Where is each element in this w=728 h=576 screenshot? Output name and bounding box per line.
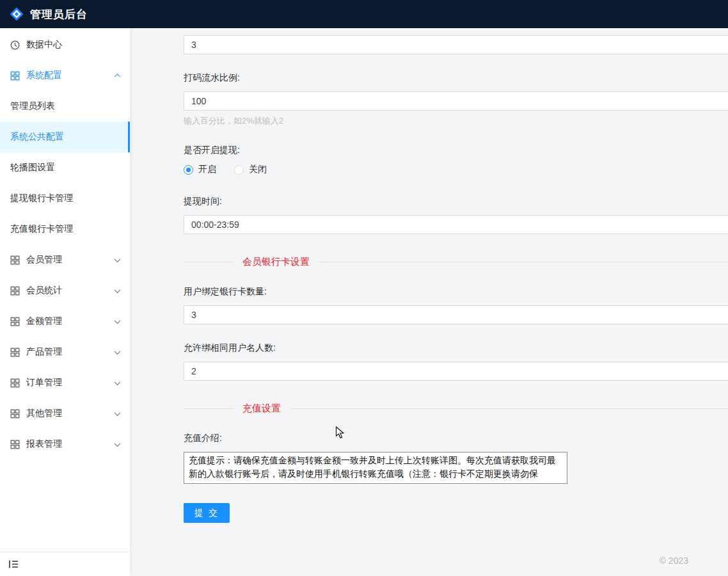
form-item-same-user-count: 允许绑相同用户名人数: (184, 342, 728, 381)
recharge-intro-textarea[interactable]: 充值提示：请确保充值金额与转账金额一致并及时上传上次转账详图。每次充值请获取我司… (184, 452, 567, 484)
main-content: 打码流水比例: 输入百分比，如2%就输入2 是否开启提现: 开启 关闭 提现时间… (130, 28, 728, 576)
code-ratio-help: 输入百分比，如2%就输入2 (184, 115, 728, 127)
member-manage-icon (10, 255, 20, 265)
sidebar-item-member-manage[interactable]: 会员管理 (0, 244, 130, 275)
app-title: 管理员后台 (30, 7, 88, 22)
radio-open-label: 开启 (198, 164, 216, 175)
top-number-input[interactable] (184, 35, 728, 54)
sidebar-footer (0, 552, 130, 576)
amount-manage-icon (10, 317, 20, 326)
divider-line (290, 408, 728, 409)
sidebar-item-recharge-bankcard[interactable]: 充值银行卡管理 (0, 214, 130, 244)
sidebar-item-order-manage[interactable]: 订单管理 (0, 367, 130, 398)
radio-open[interactable]: 开启 (184, 164, 216, 175)
sidebar-item-label: 充值银行卡管理 (10, 223, 120, 235)
sidebar-item-label: 系统配置 (26, 70, 115, 81)
radio-close[interactable]: 关闭 (234, 164, 267, 175)
radio-checked-icon (184, 165, 193, 175)
divider-line (319, 262, 728, 262)
bind-card-count-input[interactable] (184, 305, 728, 324)
sidebar-item-system-public-config[interactable]: 系统公共配置 (0, 122, 130, 152)
form-item-code-ratio: 打码流水比例: 输入百分比，如2%就输入2 (184, 72, 728, 127)
sidebar-item-label: 订单管理 (26, 377, 115, 388)
code-ratio-label: 打码流水比例: (184, 72, 728, 84)
sidebar-item-label: 数据中心 (26, 39, 120, 51)
sidebar-item-system-config[interactable]: 系统配置 (0, 60, 130, 91)
sidebar-item-label: 金额管理 (26, 316, 115, 327)
member-stats-icon (10, 286, 20, 296)
recharge-intro-label: 充值介绍: (184, 433, 728, 444)
other-manage-icon (10, 409, 20, 419)
sidebar-item-report-manage[interactable]: 报表管理 (0, 429, 130, 460)
chevron-down-icon (115, 379, 121, 385)
bind-card-count-label: 用户绑定银行卡数量: (184, 286, 728, 298)
withdraw-switch-label: 是否开启提现: (184, 145, 728, 156)
section-divider-bankcard: 会员银行卡设置 (184, 256, 728, 268)
system-config-icon (10, 71, 20, 81)
sidebar-item-label: 轮播图设置 (10, 162, 120, 173)
sidebar-item-carousel-settings[interactable]: 轮播图设置 (0, 152, 130, 183)
sidebar-item-label: 系统公共配置 (10, 131, 118, 143)
divider-line (184, 408, 233, 409)
radio-close-label: 关闭 (249, 164, 267, 175)
data-center-icon (10, 40, 20, 50)
form-item-bind-card-count: 用户绑定银行卡数量: (184, 286, 728, 324)
same-user-count-label: 允许绑相同用户名人数: (184, 342, 728, 354)
sidebar-item-label: 提现银行卡管理 (10, 193, 120, 204)
withdraw-time-label: 提现时间: (184, 196, 728, 207)
order-manage-icon (10, 378, 20, 388)
sidebar-item-label: 报表管理 (26, 438, 115, 450)
submit-button[interactable]: 提 交 (184, 503, 230, 523)
sidebar: 数据中心 系统配置 管理员列表 系统公共配置 轮播图设置 提现银行卡管理 充值银… (0, 28, 130, 576)
chevron-down-icon (115, 440, 121, 447)
divider-line (184, 262, 233, 262)
chevron-down-icon (115, 317, 121, 324)
report-manage-icon (10, 440, 20, 449)
sidebar-item-label: 管理员列表 (10, 100, 120, 112)
form-item-withdraw-switch: 是否开启提现: 开启 关闭 (184, 145, 728, 175)
sidebar-item-data-center[interactable]: 数据中心 (0, 29, 130, 60)
product-manage-icon (10, 348, 20, 357)
sidebar-item-withdraw-bankcard[interactable]: 提现银行卡管理 (0, 183, 130, 214)
chevron-down-icon (115, 287, 121, 293)
form-item-recharge-intro: 充值介绍: 充值提示：请确保充值金额与转账金额一致并及时上传上次转账详图。每次充… (184, 433, 728, 484)
sidebar-item-label: 会员管理 (26, 254, 115, 266)
section-divider-recharge: 充值设置 (184, 403, 728, 415)
withdraw-switch-group: 开启 关闭 (184, 164, 728, 175)
section-title-bankcard: 会员银行卡设置 (233, 256, 319, 268)
withdraw-time-input[interactable] (184, 215, 728, 234)
sidebar-item-label: 其他管理 (26, 408, 115, 419)
code-ratio-input[interactable] (184, 92, 728, 111)
chevron-down-icon (115, 256, 121, 262)
sidebar-item-amount-manage[interactable]: 金额管理 (0, 306, 130, 337)
chevron-up-icon (115, 73, 121, 79)
sidebar-item-admin-list[interactable]: 管理员列表 (0, 91, 130, 122)
app-logo-icon (9, 6, 24, 22)
form-item-top (184, 35, 728, 54)
sidebar-item-product-manage[interactable]: 产品管理 (0, 337, 130, 367)
sidebar-item-other-manage[interactable]: 其他管理 (0, 398, 130, 429)
sidebar-item-member-stats[interactable]: 会员统计 (0, 275, 130, 306)
form-item-withdraw-time: 提现时间: (184, 196, 728, 234)
copyright: © 2023 (660, 556, 688, 566)
chevron-down-icon (115, 410, 121, 416)
section-title-recharge: 充值设置 (233, 403, 290, 415)
sidebar-item-label: 会员统计 (26, 285, 115, 296)
sidebar-item-label: 产品管理 (26, 346, 115, 358)
chevron-down-icon (115, 348, 121, 355)
same-user-count-input[interactable] (184, 362, 728, 381)
top-header: 管理员后台 (0, 0, 728, 28)
menu-fold-icon[interactable] (8, 559, 19, 570)
radio-unchecked-icon (234, 165, 244, 175)
